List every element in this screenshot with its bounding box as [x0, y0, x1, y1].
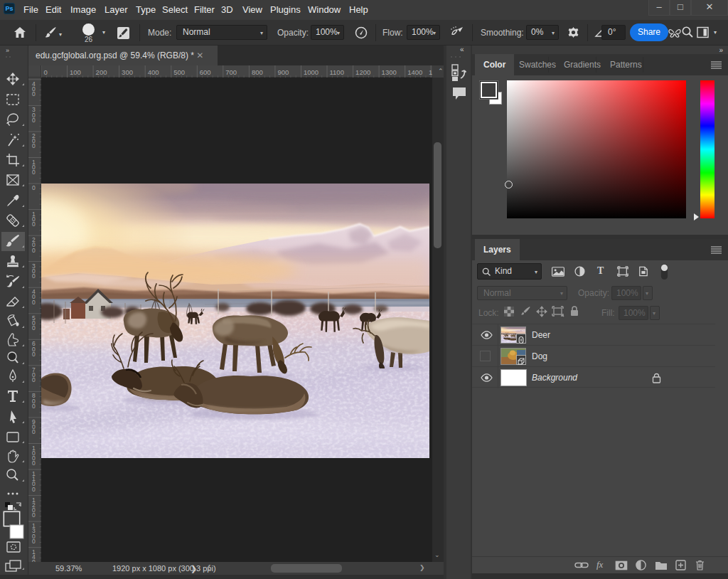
svg-text:1400: 1400	[407, 68, 422, 76]
svg-text:0: 0	[32, 247, 36, 254]
svg-text:0: 0	[32, 428, 36, 435]
svg-text:0: 0	[32, 351, 36, 358]
svg-text:0: 0	[32, 169, 36, 176]
svg-text:1100: 1100	[330, 68, 344, 76]
svg-text:1200: 1200	[355, 68, 370, 76]
svg-text:400: 400	[148, 68, 159, 76]
svg-text:0: 0	[32, 324, 36, 331]
svg-text:0: 0	[44, 68, 48, 76]
svg-text:300: 300	[122, 68, 133, 76]
svg-text:0: 0	[32, 221, 36, 228]
svg-text:0: 0	[32, 142, 36, 149]
svg-text:100: 100	[70, 68, 81, 76]
svg-text:0: 0	[32, 460, 36, 467]
svg-text:15: 15	[429, 68, 432, 76]
svg-text:0: 0	[32, 376, 36, 383]
svg-text:1300: 1300	[382, 68, 397, 76]
svg-text:0: 0	[32, 538, 36, 545]
svg-text:0: 0	[32, 299, 36, 306]
svg-text:0: 0	[32, 184, 36, 191]
svg-text:0: 0	[32, 117, 36, 124]
svg-text:500: 500	[173, 68, 185, 76]
svg-text:1000: 1000	[304, 68, 318, 76]
svg-text:0: 0	[32, 486, 36, 493]
svg-text:0: 0	[32, 272, 36, 280]
svg-text:800: 800	[252, 68, 263, 76]
svg-text:900: 900	[277, 68, 289, 76]
svg-text:0: 0	[32, 403, 36, 410]
svg-text:700: 700	[225, 68, 237, 76]
svg-text:200: 200	[96, 68, 107, 76]
svg-text:600: 600	[200, 68, 211, 76]
svg-text:0: 0	[32, 511, 36, 519]
svg-text:0: 0	[32, 90, 36, 97]
